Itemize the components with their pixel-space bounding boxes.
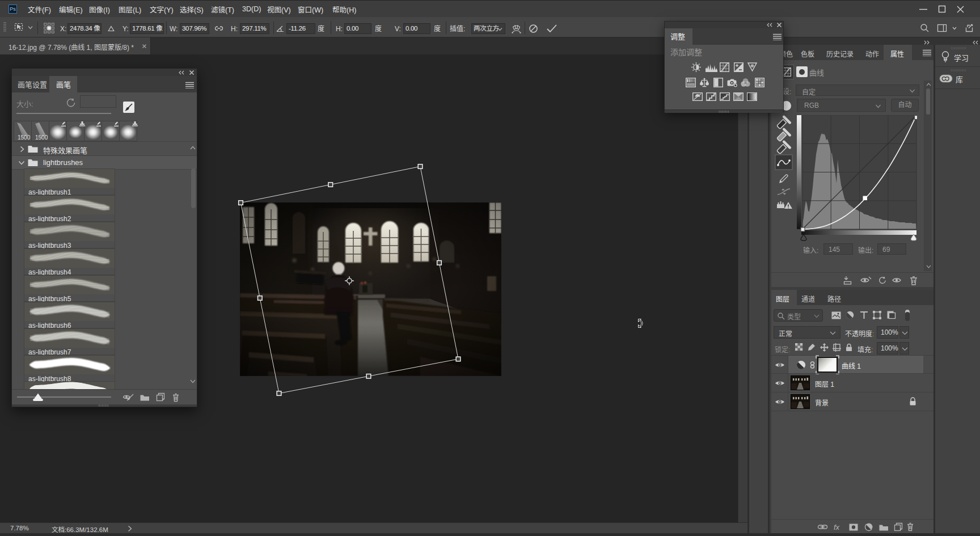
svg-text:fx: fx — [834, 523, 840, 531]
svg-text:1500: 1500 — [18, 134, 31, 141]
svg-text:1500: 1500 — [35, 134, 48, 141]
